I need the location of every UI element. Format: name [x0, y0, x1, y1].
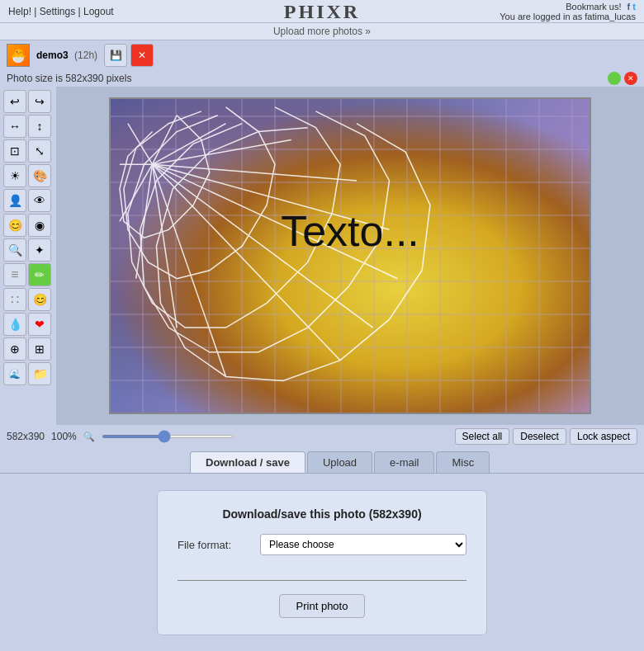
format-row: File format: Please choose JPEG PNG GIF: [178, 534, 466, 555]
undo-button[interactable]: ↩: [3, 90, 26, 113]
canvas-area: Texto...: [56, 87, 644, 425]
zoom-slider[interactable]: [102, 435, 234, 438]
tool-row-11: ⊕ ⊞: [3, 337, 53, 361]
search-button[interactable]: 🔍: [3, 238, 26, 262]
save-icon[interactable]: 💾: [104, 44, 127, 67]
top-nav: Help! | Settings | Logout: [8, 6, 114, 17]
green-brush-button[interactable]: ✏: [28, 263, 51, 286]
tool-row-9: ∷ 😊: [3, 288, 53, 311]
lines-button[interactable]: ≡: [3, 263, 26, 286]
zoom-display: 100%: [51, 431, 77, 442]
shape-button[interactable]: ◉: [28, 214, 51, 237]
tool-row-3: ⊡ ⤡: [3, 139, 53, 163]
minimize-button[interactable]: [608, 72, 621, 85]
logged-in-text: You are logged in as fatima_lucas: [500, 12, 636, 21]
filename-row: [178, 565, 466, 581]
brightness-button[interactable]: ☀: [3, 164, 26, 187]
tab-content: Download/save this photo (582x390) File …: [0, 473, 644, 651]
user-info: demo3 (12h): [36, 50, 97, 61]
status-bar: 582x390 100% 🔍 Select all Deselect Lock …: [0, 425, 644, 448]
format-select[interactable]: Please choose JPEG PNG GIF: [260, 534, 466, 555]
folder-button[interactable]: 📁: [28, 362, 51, 385]
upload-bar: Upload more photos »: [0, 23, 644, 40]
photo-close-buttons: ✕: [608, 72, 637, 85]
tool-row-12: 🌊 📁: [3, 362, 53, 385]
user-time: (12h): [74, 50, 97, 61]
tool-row-5: 👤 👁: [3, 189, 53, 212]
dropper-button[interactable]: 💧: [3, 313, 26, 336]
upload-link[interactable]: Upload more photos »: [273, 26, 371, 37]
deselect-button[interactable]: Deselect: [513, 428, 566, 445]
tool-row-1: ↩ ↪: [3, 90, 53, 113]
tool-row-8: ≡ ✏: [3, 263, 53, 286]
print-photo-button[interactable]: Print photo: [279, 594, 366, 618]
tab-download[interactable]: Download / save: [190, 451, 305, 473]
tabs-row: Download / save Upload e-mail Misc: [0, 451, 644, 473]
tab-upload[interactable]: Upload: [307, 451, 372, 473]
spiderweb-overlay: [111, 99, 590, 413]
left-toolbar: ↩ ↪ ↔ ↕ ⊡ ⤡ ☀ 🎨 👤 👁 😊 ◉ 🔍 ✦ ≡ ✏: [0, 87, 56, 425]
logout-link[interactable]: Logout: [83, 6, 114, 17]
canvas-text[interactable]: Texto...: [281, 206, 419, 256]
close-button[interactable]: ✕: [624, 72, 637, 85]
svg-line-0: [153, 164, 341, 361]
main-content: ↩ ↪ ↔ ↕ ⊡ ⤡ ☀ 🎨 👤 👁 😊 ◉ 🔍 ✦ ≡ ✏: [0, 87, 644, 425]
top-header: Help! | Settings | Logout PHIXR Bookmark…: [0, 0, 644, 23]
stamp-button[interactable]: ✦: [28, 238, 51, 262]
tool-row-7: 🔍 ✦: [3, 238, 53, 262]
wave-button[interactable]: 🌊: [3, 362, 26, 385]
status-right: Select all Deselect Lock aspect: [455, 428, 637, 445]
filename-input[interactable]: [178, 565, 466, 581]
heart-button[interactable]: ❤: [28, 313, 51, 336]
noise-button[interactable]: ∷: [3, 288, 26, 311]
add-overlay-button[interactable]: ⊞: [28, 337, 51, 361]
user-avatar: 🐣: [7, 44, 30, 67]
resize-button[interactable]: ⤡: [28, 139, 51, 163]
logo-area: PHIXR: [284, 0, 360, 23]
tab-email[interactable]: e-mail: [374, 451, 434, 473]
help-link[interactable]: Help!: [8, 6, 31, 17]
user-name: demo3: [36, 50, 69, 61]
top-right-info: Bookmark us! f t You are logged in as fa…: [500, 2, 636, 21]
settings-link[interactable]: Settings: [40, 6, 75, 17]
delete-icon[interactable]: ✕: [130, 44, 154, 67]
download-panel: Download/save this photo (582x390) File …: [157, 490, 487, 635]
facebook-icon: f: [627, 2, 631, 12]
format-label: File format:: [178, 539, 252, 551]
crop-button[interactable]: ⊡: [3, 139, 26, 163]
tab-misc[interactable]: Misc: [436, 451, 490, 473]
tool-row-4: ☀ 🎨: [3, 164, 53, 187]
color-button[interactable]: 🎨: [28, 164, 51, 187]
download-title: Download/save this photo (582x390): [178, 507, 466, 521]
dimensions-display: 582x390: [7, 431, 45, 442]
circle-plus-button[interactable]: ⊕: [3, 337, 26, 361]
tool-row-10: 💧 ❤: [3, 313, 53, 336]
face-button[interactable]: 😊: [3, 214, 26, 237]
select-all-button[interactable]: Select all: [455, 428, 510, 445]
user-bar: 🐣 demo3 (12h) 💾 ✕: [0, 40, 644, 70]
photo-info-bar: Photo size is 582x390 pixels ✕: [0, 70, 644, 87]
emoji-button[interactable]: 😊: [28, 288, 51, 311]
zoom-icon: 🔍: [83, 432, 95, 442]
tool-row-2: ↔ ↕: [3, 115, 53, 138]
person-button[interactable]: 👤: [3, 189, 26, 212]
tool-row-6: 😊 ◉: [3, 214, 53, 237]
app-logo: PHIXR: [284, 1, 360, 23]
redo-button[interactable]: ↪: [28, 90, 51, 113]
twitter-icon: t: [632, 2, 636, 12]
eye-button[interactable]: 👁: [28, 189, 51, 212]
photo-size-info: Photo size is 582x390 pixels: [7, 73, 131, 84]
close-icon: ✕: [627, 74, 634, 83]
lock-aspect-button[interactable]: Lock aspect: [570, 428, 637, 445]
photo-canvas: Texto...: [109, 97, 591, 414]
tabs-area: Download / save Upload e-mail Misc: [0, 448, 644, 473]
bookmark-text: Bookmark us!: [566, 2, 621, 12]
flip-v-button[interactable]: ↕: [28, 115, 51, 138]
user-action-icons: 💾 ✕: [104, 44, 154, 67]
flip-h-button[interactable]: ↔: [3, 115, 26, 138]
